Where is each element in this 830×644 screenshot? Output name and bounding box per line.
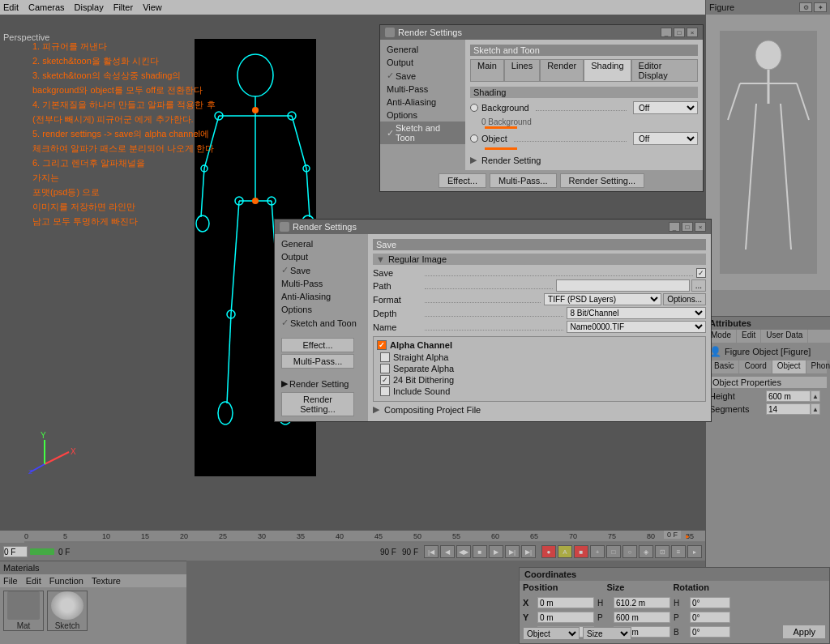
object-mode-dropdown[interactable]: Object xyxy=(523,627,580,640)
win1-minimize[interactable]: _ xyxy=(661,28,672,37)
background-dropdown[interactable]: Off xyxy=(633,101,698,114)
win2-menu-output[interactable]: Output xyxy=(275,250,368,263)
x-size-input[interactable] xyxy=(614,597,670,608)
apply-button[interactable]: Apply xyxy=(782,625,826,639)
win1-menu-multipass[interactable]: Multi-Pass xyxy=(380,83,465,96)
object-dropdown[interactable]: Off xyxy=(633,132,698,145)
path-input[interactable] xyxy=(556,279,689,292)
win2-multipass-btn[interactable]: Multi-Pass... xyxy=(281,354,354,369)
attr-sub-object[interactable]: Object xyxy=(772,360,806,373)
menu-view[interactable]: View xyxy=(143,2,162,12)
size-mode-dropdown[interactable]: Size xyxy=(583,627,631,640)
win1-multipass-btn[interactable]: Multi-Pass... xyxy=(490,173,557,188)
mat-menu-function[interactable]: Function xyxy=(49,576,83,586)
win1-menu-options[interactable]: Options xyxy=(380,109,465,122)
win1-tab-lines[interactable]: Lines xyxy=(504,59,540,82)
attr-sub-phong[interactable]: Phong xyxy=(806,360,830,373)
win2-expand-icon[interactable]: ▶ xyxy=(281,378,288,389)
segments-spinner[interactable]: ▲ xyxy=(811,403,820,415)
object-radio[interactable] xyxy=(470,134,478,143)
go-start-btn[interactable]: |◀ xyxy=(424,545,439,558)
mat-thumbnail[interactable]: Mat xyxy=(3,591,44,631)
segments-input[interactable] xyxy=(766,403,811,415)
win1-tab-render[interactable]: Render xyxy=(540,59,584,82)
extra2-btn[interactable]: □ xyxy=(606,545,621,558)
stop-btn[interactable]: ■ xyxy=(473,545,487,558)
bit-dithering-checkbox[interactable]: ✓ xyxy=(380,375,390,385)
menu-edit[interactable]: Edit xyxy=(3,2,19,12)
start-frame-input[interactable] xyxy=(3,546,28,557)
attr-tab-edit[interactable]: Edit xyxy=(737,330,761,343)
win2-menu-options[interactable]: Options xyxy=(275,303,368,316)
play-reverse-btn[interactable]: ◀▶ xyxy=(456,545,471,558)
auto-btn[interactable]: A xyxy=(558,545,572,558)
mat-menu-texture[interactable]: Texture xyxy=(92,576,121,586)
depth-dropdown[interactable]: 8 Bit/Channel xyxy=(567,307,707,319)
win2-rendersetting-btn[interactable]: Render Setting... xyxy=(281,392,354,416)
x-rot-input[interactable] xyxy=(690,597,730,608)
menu-display[interactable]: Display xyxy=(75,2,104,12)
win2-maximize[interactable]: □ xyxy=(682,222,693,232)
compositing-expand[interactable]: ▶ xyxy=(373,404,379,415)
next-frame-btn[interactable]: ▶| xyxy=(505,545,520,558)
extra1-btn[interactable]: + xyxy=(590,545,605,558)
x-pos-input[interactable] xyxy=(537,597,594,608)
extra3-btn[interactable]: ○ xyxy=(622,545,637,558)
height-input[interactable] xyxy=(766,390,811,402)
win1-close[interactable]: × xyxy=(687,28,698,37)
stop2-btn[interactable]: ■ xyxy=(574,545,588,558)
prev-frame-btn[interactable]: ◀ xyxy=(440,545,455,558)
win1-tab-main[interactable]: Main xyxy=(470,59,504,82)
win1-menu-antialiasing[interactable]: Anti-Aliasing xyxy=(380,96,465,109)
win1-tab-editor[interactable]: Editor Display xyxy=(631,59,698,82)
win2-menu-general[interactable]: General xyxy=(275,237,368,250)
win2-titlebar[interactable]: Render Settings _ □ × xyxy=(275,220,711,234)
expand-icon[interactable]: ▶ xyxy=(470,155,477,165)
extra4-btn[interactable]: ◈ xyxy=(639,545,653,558)
alpha-channel-checkbox[interactable]: ✓ xyxy=(377,340,387,350)
win1-titlebar[interactable]: Render Settings _ □ × xyxy=(380,25,703,40)
options-btn[interactable]: Options... xyxy=(663,293,706,305)
menu-cameras[interactable]: Cameras xyxy=(28,2,65,12)
height-spinner[interactable]: ▲ xyxy=(811,390,820,402)
attr-tab-userdata[interactable]: User Data xyxy=(761,330,808,343)
background-radio[interactable] xyxy=(470,104,478,112)
win1-rendersetting-btn[interactable]: Render Setting... xyxy=(560,173,645,188)
include-sound-checkbox[interactable] xyxy=(380,386,390,396)
win1-effect-btn[interactable]: Effect... xyxy=(439,173,486,188)
win1-menu-save[interactable]: ✓Save xyxy=(380,69,465,83)
y-size-input[interactable] xyxy=(614,612,670,623)
record-btn[interactable]: ● xyxy=(541,545,556,558)
mat-menu-edit[interactable]: Edit xyxy=(26,576,41,586)
extra5-btn[interactable]: ⊡ xyxy=(655,545,670,558)
browse-btn[interactable]: ... xyxy=(691,279,706,292)
go-end-btn[interactable]: ▶| xyxy=(521,545,536,558)
extra7-btn[interactable]: ▸ xyxy=(687,545,702,558)
win1-menu-sketch[interactable]: ✓Sketch and Toon xyxy=(380,122,465,144)
win2-menu-sketch[interactable]: ✓Sketch and Toon xyxy=(275,316,368,330)
win1-menu-general[interactable]: General xyxy=(380,43,465,56)
win1-tab-shading[interactable]: Shading xyxy=(584,59,631,82)
name-dropdown[interactable]: Name0000.TIF xyxy=(567,321,707,333)
win2-close[interactable]: × xyxy=(695,222,706,232)
win1-maximize[interactable]: □ xyxy=(674,28,685,37)
mat-menu-file[interactable]: File xyxy=(3,576,18,586)
win1-menu-output[interactable]: Output xyxy=(380,56,465,69)
straight-alpha-checkbox[interactable] xyxy=(380,352,390,362)
attr-sub-basic[interactable]: Basic xyxy=(709,360,739,373)
attr-sub-coord[interactable]: Coord xyxy=(739,360,772,373)
figure-btn-star[interactable]: ✦ xyxy=(814,2,827,12)
format-dropdown[interactable]: TIFF (PSD Layers) xyxy=(544,293,661,305)
y-pos-input[interactable] xyxy=(537,612,594,623)
win2-menu-save[interactable]: ✓Save xyxy=(275,263,368,277)
separate-alpha-checkbox[interactable] xyxy=(380,364,390,373)
win2-menu-multipass[interactable]: Multi-Pass xyxy=(275,277,368,290)
extra6-btn[interactable]: ≡ xyxy=(671,545,686,558)
win2-effect-btn[interactable]: Effect... xyxy=(281,338,354,352)
play-btn[interactable]: ▶ xyxy=(489,545,503,558)
save-checkbox[interactable]: ✓ xyxy=(696,268,706,278)
win2-minimize[interactable]: _ xyxy=(669,222,680,232)
figure-btn-icons[interactable]: ⚙ xyxy=(799,2,812,12)
y-rot-input[interactable] xyxy=(690,612,730,623)
sketch-thumbnail[interactable]: Sketch xyxy=(47,591,88,631)
